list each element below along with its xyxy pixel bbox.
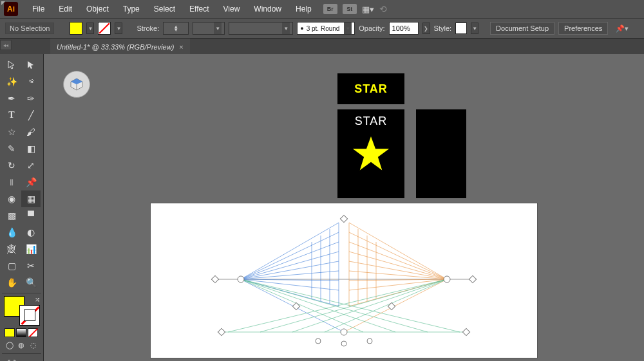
pin-icon[interactable]: 📌▾ bbox=[616, 24, 629, 33]
variable-width-field[interactable]: ▼ bbox=[193, 22, 225, 35]
menu-file[interactable]: File bbox=[26, 2, 51, 16]
gpu-icon[interactable]: ⟲ bbox=[379, 4, 387, 14]
svg-rect-48 bbox=[340, 215, 347, 222]
document-tab-title: Untitled-1* @ 33.33% (RGB/Preview) bbox=[57, 43, 174, 51]
draw-normal-icon[interactable]: ◯ bbox=[5, 340, 15, 350]
svg-rect-52 bbox=[462, 328, 469, 335]
stroke-swatch[interactable] bbox=[98, 22, 111, 35]
mesh-tool[interactable]: ▩ bbox=[2, 207, 21, 224]
brush-def-field[interactable]: ▼ bbox=[229, 22, 293, 35]
curvature-tool[interactable]: ✑ bbox=[21, 90, 41, 107]
slice-tool[interactable]: ✂ bbox=[21, 257, 41, 274]
shaper-tool[interactable]: ✎ bbox=[2, 140, 21, 157]
pen-tool[interactable]: ✒ bbox=[2, 90, 21, 107]
menu-window[interactable]: Window bbox=[247, 2, 288, 16]
svg-point-46 bbox=[341, 341, 346, 346]
svg-rect-50 bbox=[469, 275, 476, 282]
color-mode-gradient[interactable] bbox=[16, 328, 26, 337]
eraser-tool[interactable]: ◧ bbox=[21, 140, 41, 157]
style-swatch[interactable] bbox=[455, 23, 467, 34]
menu-edit[interactable]: Edit bbox=[52, 2, 79, 16]
svg-line-12 bbox=[241, 279, 339, 290]
arrange-documents-icon[interactable]: ▦▾ bbox=[362, 5, 374, 14]
blend-tool[interactable]: ◐ bbox=[21, 224, 41, 241]
svg-point-47 bbox=[367, 338, 372, 344]
draw-inside-icon[interactable]: ◌ bbox=[28, 340, 39, 350]
opacity-dropdown[interactable]: ❯ bbox=[422, 23, 430, 34]
bridge-icon[interactable]: Br bbox=[323, 4, 337, 14]
artboard-star-large[interactable]: STAR bbox=[337, 109, 404, 198]
perspective-grid-tool[interactable]: ▦ bbox=[21, 190, 41, 207]
svg-line-5 bbox=[241, 223, 339, 279]
draw-behind-icon[interactable]: ◍ bbox=[16, 340, 26, 350]
svg-line-19 bbox=[349, 223, 447, 279]
color-mode-color[interactable] bbox=[5, 328, 15, 337]
fill-dropdown[interactable]: ▼ bbox=[86, 23, 94, 34]
document-setup-button[interactable]: Document Setup bbox=[490, 22, 554, 35]
star-shape-icon bbox=[350, 133, 392, 174]
shape-builder-tool[interactable]: ◉ bbox=[2, 190, 21, 207]
menu-effect[interactable]: Effect bbox=[183, 2, 215, 16]
paintbrush-tool[interactable]: 🖌 bbox=[21, 124, 41, 140]
menu-help[interactable]: Help bbox=[289, 2, 318, 16]
stock-icon[interactable]: St bbox=[343, 4, 357, 14]
perspective-plane-widget[interactable] bbox=[63, 71, 90, 98]
free-transform-tool[interactable]: 📌 bbox=[21, 174, 41, 190]
svg-line-37 bbox=[241, 279, 395, 332]
svg-line-39 bbox=[241, 279, 363, 332]
selection-tool[interactable] bbox=[2, 57, 21, 73]
artboard-tool[interactable]: ▢ bbox=[2, 257, 21, 274]
menu-object[interactable]: Object bbox=[80, 2, 115, 16]
stroke-color[interactable] bbox=[19, 305, 40, 326]
menubar: Ai File Edit Object Type Select Effect V… bbox=[0, 0, 644, 18]
draw-mode-row: ◯ ◍ ◌ bbox=[2, 338, 41, 351]
stroke-weight-field[interactable]: ▴▾ bbox=[163, 22, 189, 35]
close-tab-icon[interactable]: × bbox=[179, 43, 183, 51]
brush-name: 3 pt. Round bbox=[307, 25, 340, 32]
menu-select[interactable]: Select bbox=[147, 2, 182, 16]
menu-view[interactable]: View bbox=[217, 2, 247, 16]
screen-mode-icon[interactable]: ⛶ bbox=[2, 356, 21, 361]
rotate-tool[interactable]: ↻ bbox=[2, 157, 21, 174]
artboard-star-small[interactable]: STAR bbox=[337, 73, 404, 104]
scale-tool[interactable]: ⤢ bbox=[21, 157, 41, 174]
zoom-tool[interactable]: 🔍 bbox=[21, 274, 41, 291]
svg-point-43 bbox=[444, 276, 450, 282]
app-logo[interactable]: Ai bbox=[4, 2, 18, 16]
line-tool[interactable]: ╱ bbox=[21, 107, 41, 124]
document-tab[interactable]: Untitled-1* @ 33.33% (RGB/Preview) × bbox=[50, 39, 190, 54]
svg-line-35 bbox=[241, 279, 428, 332]
svg-line-14 bbox=[241, 279, 344, 332]
hand-tool[interactable]: ✋ bbox=[2, 274, 21, 291]
stroke-dropdown[interactable]: ▼ bbox=[115, 23, 122, 34]
eyedropper-tool[interactable]: 💧 bbox=[2, 224, 21, 241]
gradient-tool[interactable]: ▀ bbox=[21, 207, 41, 224]
width-tool[interactable]: ⫴ bbox=[2, 174, 21, 190]
svg-line-33 bbox=[241, 279, 460, 332]
svg-rect-49 bbox=[211, 275, 218, 282]
rectangle-tool[interactable]: ☆ bbox=[2, 124, 21, 140]
symbol-sprayer-tool[interactable]: 🕸 bbox=[2, 241, 21, 257]
svg-line-34 bbox=[228, 279, 447, 332]
canvas[interactable]: STAR STAR bbox=[44, 54, 644, 361]
magic-wand-tool[interactable]: ✨ bbox=[2, 73, 21, 90]
svg-line-23 bbox=[349, 261, 447, 279]
opacity-label: Opacity: bbox=[359, 24, 384, 32]
lasso-tool[interactable]: ༄ bbox=[21, 73, 41, 90]
artboard-perspective[interactable] bbox=[151, 203, 537, 358]
panel-collapse-grip[interactable]: ◂◂ bbox=[0, 40, 12, 50]
fill-stroke-control[interactable]: ⤭ bbox=[4, 296, 40, 326]
style-dropdown[interactable]: ▼ bbox=[471, 23, 478, 34]
fill-swatch[interactable] bbox=[70, 22, 82, 35]
column-graph-tool[interactable]: 📊 bbox=[21, 241, 41, 257]
artboard-blank[interactable] bbox=[416, 109, 466, 198]
opacity-field[interactable]: 100% bbox=[389, 22, 419, 35]
direct-selection-tool[interactable] bbox=[21, 57, 41, 73]
type-tool[interactable]: T bbox=[2, 107, 21, 124]
color-mode-none[interactable] bbox=[28, 328, 38, 337]
selection-status: No Selection bbox=[5, 23, 54, 34]
swap-fill-stroke-icon[interactable]: ⤭ bbox=[35, 296, 40, 303]
brush-field[interactable]: ● 3 pt. Round ▼ bbox=[297, 22, 355, 35]
menu-type[interactable]: Type bbox=[117, 2, 146, 16]
preferences-button[interactable]: Preferences bbox=[558, 22, 608, 35]
